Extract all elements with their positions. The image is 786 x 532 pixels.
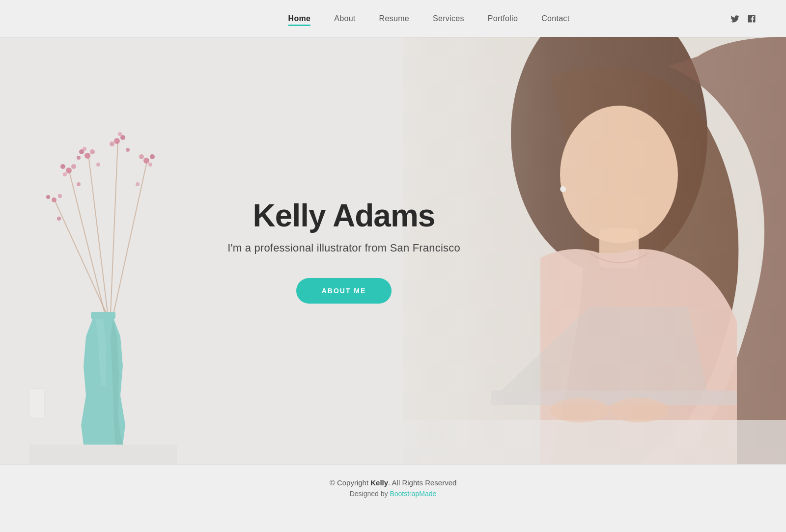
svg-point-32 <box>52 197 56 202</box>
nav-links: Home About Resume Services Portfolio Con… <box>190 14 570 23</box>
svg-point-24 <box>143 158 149 164</box>
nav-item-resume[interactable]: Resume <box>379 14 409 23</box>
svg-point-23 <box>77 156 81 160</box>
facebook-icon <box>747 14 757 24</box>
nav-social <box>730 14 757 24</box>
svg-point-34 <box>58 194 62 198</box>
nav-link-about[interactable]: About <box>334 14 355 23</box>
nav-item-contact[interactable]: Contact <box>541 14 569 23</box>
twitter-icon <box>730 14 740 24</box>
svg-point-26 <box>139 154 144 159</box>
svg-point-37 <box>77 182 81 186</box>
svg-rect-45 <box>29 389 44 418</box>
svg-point-27 <box>148 163 152 167</box>
navbar: Home About Resume Services Portfolio Con… <box>0 0 786 37</box>
svg-point-29 <box>60 164 65 169</box>
footer-designed: Designed by BootstrapMade <box>0 490 786 498</box>
svg-line-13 <box>113 160 147 316</box>
footer-copyright: © Copyright Kelly. All Rights Reserved <box>0 478 786 487</box>
copyright-prefix: © Copyright <box>330 478 371 487</box>
glass-decoration <box>25 384 49 425</box>
nav-item-services[interactable]: Services <box>433 14 464 23</box>
svg-line-10 <box>88 155 108 317</box>
svg-point-33 <box>46 195 50 199</box>
svg-rect-44 <box>29 445 177 464</box>
nav-link-resume[interactable]: Resume <box>379 14 409 23</box>
hero-section: Kelly Adams I'm a professional illustrat… <box>0 37 786 464</box>
svg-point-30 <box>71 164 76 169</box>
footer: © Copyright Kelly. All Rights Reserved D… <box>0 464 786 509</box>
nav-link-contact[interactable]: Contact <box>541 14 569 23</box>
svg-point-19 <box>84 153 90 159</box>
hero-content: Kelly Adams I'm a professional illustrat… <box>227 197 460 304</box>
nav-link-home[interactable]: Home <box>288 14 311 26</box>
facebook-link[interactable] <box>747 14 757 24</box>
svg-point-36 <box>126 148 130 152</box>
vase-decoration <box>29 130 177 464</box>
svg-line-11 <box>111 140 118 314</box>
svg-point-28 <box>66 168 72 173</box>
nav-item-portfolio[interactable]: Portfolio <box>488 14 518 23</box>
hero-subtitle: I'm a professional illustrator from San … <box>227 242 460 254</box>
svg-point-21 <box>90 149 95 154</box>
hero-name: Kelly Adams <box>227 197 460 234</box>
svg-point-15 <box>114 138 120 144</box>
svg-point-35 <box>96 163 100 167</box>
nav-link-portfolio[interactable]: Portfolio <box>488 14 518 23</box>
svg-point-18 <box>118 132 122 136</box>
svg-point-22 <box>83 147 86 151</box>
svg-point-25 <box>150 154 155 159</box>
svg-point-31 <box>63 172 67 176</box>
nav-item-home[interactable]: Home <box>288 14 311 23</box>
about-me-button[interactable]: ABOUT ME <box>296 278 392 304</box>
designed-prefix: Designed by <box>350 490 390 498</box>
copyright-name: Kelly <box>370 478 388 487</box>
copyright-suffix: . All Rights Reserved <box>388 478 456 487</box>
nav-link-services[interactable]: Services <box>433 14 464 23</box>
bootstrapmade-link[interactable]: BootstrapMade <box>390 490 436 498</box>
svg-point-38 <box>136 182 140 186</box>
svg-point-16 <box>120 135 125 140</box>
svg-point-17 <box>110 141 114 146</box>
nav-item-about[interactable]: About <box>334 14 355 23</box>
svg-rect-41 <box>91 312 115 319</box>
twitter-link[interactable] <box>730 14 740 24</box>
svg-point-39 <box>57 217 61 221</box>
